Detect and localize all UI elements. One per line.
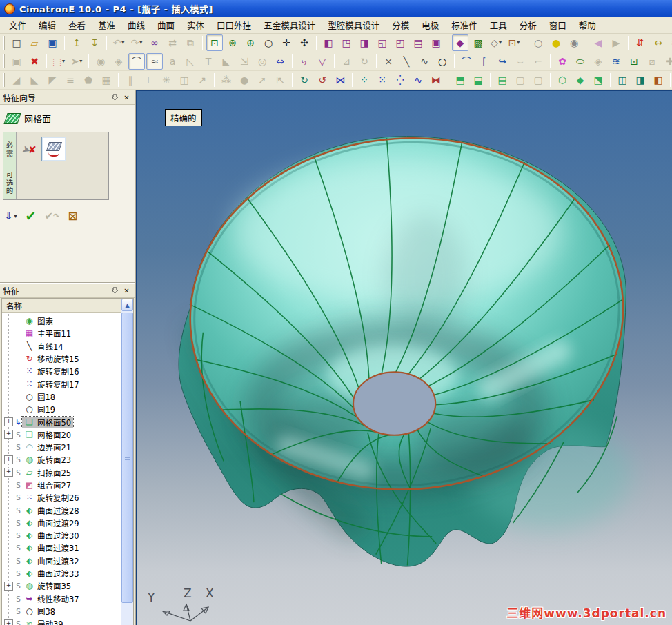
pick-box-mode-button[interactable]: ⊡▾ bbox=[506, 34, 522, 51]
tree-item-圆18[interactable]: ○圆18 bbox=[2, 390, 121, 403]
pick-filter-button[interactable]: ⤷ bbox=[296, 53, 313, 70]
tree-item-曲面过渡28[interactable]: S⬖曲面过渡28 bbox=[2, 504, 121, 516]
select-curve-button[interactable]: ⌒ bbox=[128, 53, 145, 70]
recolor-button[interactable]: ⇔ bbox=[272, 53, 288, 70]
expand-box[interactable]: + bbox=[4, 468, 13, 477]
snapshot-button[interactable]: ▣ bbox=[428, 34, 444, 51]
menu-item-曲线[interactable]: 曲线 bbox=[121, 17, 151, 33]
open-button[interactable]: ▱ bbox=[26, 34, 43, 51]
menu-item-基准[interactable]: 基准 bbox=[92, 17, 121, 33]
new-solid-open-button[interactable]: ⬓ bbox=[470, 72, 486, 88]
view-glasses-button[interactable]: ∞ bbox=[146, 34, 163, 51]
tree-item-曲面过渡30[interactable]: S⬖曲面过渡30 bbox=[2, 529, 121, 542]
menu-item-窗口[interactable]: 窗口 bbox=[543, 17, 573, 33]
rotate-view-button[interactable]: ✣ bbox=[296, 34, 313, 51]
tray-button[interactable]: ▤ bbox=[494, 72, 511, 88]
zoom-fit-button[interactable]: ⊡ bbox=[206, 34, 223, 51]
menu-item-分析[interactable]: 分析 bbox=[513, 17, 543, 33]
menu-item-标准件[interactable]: 标准件 bbox=[445, 17, 484, 33]
pin-icon[interactable] bbox=[109, 92, 121, 103]
tree-scrollbar[interactable]: ▲ bbox=[121, 299, 133, 625]
solid-cyl-button[interactable]: ⬡ bbox=[554, 72, 571, 88]
new-button[interactable]: □ bbox=[8, 34, 25, 51]
point-button[interactable]: × bbox=[380, 53, 397, 70]
close-icon[interactable]: ✕ bbox=[121, 285, 132, 296]
menu-item-五金模具设计[interactable]: 五金模具设计 bbox=[257, 17, 322, 33]
mirror-button[interactable]: ⋈ bbox=[332, 72, 348, 88]
sketch-flower-button[interactable]: ✿ bbox=[554, 53, 571, 70]
pin-icon[interactable] bbox=[109, 285, 121, 296]
expand-box[interactable]: + bbox=[4, 417, 13, 426]
rib-button[interactable]: ◫ bbox=[614, 72, 631, 88]
tree-item-扫掠面25[interactable]: +S▱扫掠面25 bbox=[2, 466, 121, 479]
zoom-in-button[interactable]: ⊕ bbox=[242, 34, 259, 51]
tree-item-旋转复制26[interactable]: S⁙旋转复制26 bbox=[2, 491, 121, 504]
zoom-dynamic-button[interactable]: ⊛ bbox=[224, 34, 241, 51]
view-back-button[interactable]: ◰ bbox=[392, 34, 408, 51]
tree-item-移动旋转15[interactable]: ↻移动旋转15 bbox=[2, 353, 121, 365]
tree-item-曲面过渡33[interactable]: S⬖曲面过渡33 bbox=[2, 567, 121, 579]
options-button[interactable]: ⇓ ▾ bbox=[4, 210, 17, 222]
swap-order-button[interactable]: ⇵ bbox=[632, 34, 649, 51]
spline-button[interactable]: ∿ bbox=[416, 53, 433, 70]
line-button[interactable]: ╲ bbox=[398, 53, 415, 70]
menu-item-型腔模具设计[interactable]: 型腔模具设计 bbox=[322, 17, 386, 33]
tree-item-旋转面35[interactable]: +S◍旋转面35 bbox=[2, 579, 121, 592]
tree-item-直线14[interactable]: ╲直线14 bbox=[2, 340, 121, 353]
shell-button[interactable]: ◨ bbox=[632, 72, 649, 88]
scroll-up-icon[interactable]: ▲ bbox=[121, 299, 133, 311]
light-off-button[interactable]: ○ bbox=[530, 34, 546, 51]
exit-button[interactable]: ⊠ bbox=[68, 209, 77, 223]
filter-funnel-button[interactable]: ▽ bbox=[314, 53, 330, 70]
expand-box[interactable]: + bbox=[4, 455, 13, 464]
scrollbar-track[interactable] bbox=[121, 311, 133, 625]
new-solid-button[interactable]: ⬒ bbox=[452, 72, 468, 88]
expand-box[interactable]: + bbox=[4, 430, 13, 439]
close-icon[interactable]: ✕ bbox=[121, 92, 132, 103]
tree-item-旋转复制17[interactable]: ⁙旋转复制17 bbox=[2, 377, 121, 390]
pan-button[interactable]: ✛ bbox=[278, 34, 295, 51]
menu-item-曲面[interactable]: 曲面 bbox=[151, 17, 181, 33]
expand-box[interactable]: + bbox=[4, 582, 13, 591]
menu-item-帮助[interactable]: 帮助 bbox=[573, 17, 602, 33]
draft-button[interactable]: ◧ bbox=[650, 72, 666, 88]
select-tangent-button[interactable]: ≈ bbox=[146, 53, 163, 70]
light-on-button[interactable]: ● bbox=[548, 34, 564, 51]
tree-item-旋转面23[interactable]: +S◍旋转面23 bbox=[2, 453, 121, 466]
export-button[interactable]: ↧ bbox=[86, 34, 103, 51]
scrollbar-thumb[interactable] bbox=[121, 312, 133, 603]
pattern-radial-button[interactable]: ⁛ bbox=[392, 72, 408, 88]
shaded-mode-button[interactable]: ◆ bbox=[452, 34, 468, 51]
solid-cone-button[interactable]: ◆ bbox=[572, 72, 589, 88]
view-iso-button[interactable]: ◧ bbox=[320, 34, 337, 51]
tree-item-图素[interactable]: ◉图素 bbox=[2, 315, 121, 327]
arc-start-button[interactable]: ⌒ bbox=[458, 53, 475, 70]
tree-item-曲面过渡29[interactable]: S⬖曲面过渡29 bbox=[2, 517, 121, 529]
light-pick-button[interactable]: ◉ bbox=[566, 34, 582, 51]
wave-curves-button[interactable]: ≋ bbox=[608, 53, 624, 70]
boxed-curve-button[interactable]: ⊡ bbox=[626, 53, 642, 70]
circle-button[interactable]: ○ bbox=[434, 53, 451, 70]
menu-item-编辑[interactable]: 编辑 bbox=[32, 17, 62, 33]
wireframe-mode-button[interactable]: ◇▾ bbox=[488, 34, 504, 51]
tree-item-网格面20[interactable]: +S❏网格面20 bbox=[2, 428, 121, 441]
arc-continue-button[interactable]: ↪ bbox=[494, 53, 511, 70]
clear-selection-button[interactable]: ✖ bbox=[26, 53, 43, 70]
tree-item-网格面50[interactable]: +↳❏网格面50 bbox=[2, 415, 121, 428]
cylinder-curve-button[interactable]: ⬭ bbox=[572, 53, 589, 70]
pick-faces-icon[interactable]: ➤✘ bbox=[22, 141, 37, 157]
tree-item-旋转复制16[interactable]: ⁙旋转复制16 bbox=[2, 365, 121, 377]
rotate-axis-button[interactable]: ↺ bbox=[314, 72, 330, 88]
pattern-grid-button[interactable]: ⁙ bbox=[374, 72, 391, 88]
mirror-copy-button[interactable]: ⧓ bbox=[428, 72, 444, 88]
view-top-button[interactable]: ◨ bbox=[356, 34, 373, 51]
curve-copy-button[interactable]: ∿ bbox=[410, 72, 426, 88]
tree-item-组合面27[interactable]: S◩组合面27 bbox=[2, 479, 121, 491]
move-copy-button[interactable]: ⁘ bbox=[356, 72, 373, 88]
tree-item-主平面11[interactable]: ▦主平面11 bbox=[2, 327, 121, 339]
back-button[interactable]: ◀ bbox=[590, 34, 606, 51]
view-front-button[interactable]: ◳ bbox=[338, 34, 355, 51]
menu-item-文件[interactable]: 文件 bbox=[3, 17, 32, 33]
menu-item-分模[interactable]: 分模 bbox=[386, 17, 415, 33]
pick-add-button[interactable]: ⬚▾ bbox=[50, 53, 67, 70]
